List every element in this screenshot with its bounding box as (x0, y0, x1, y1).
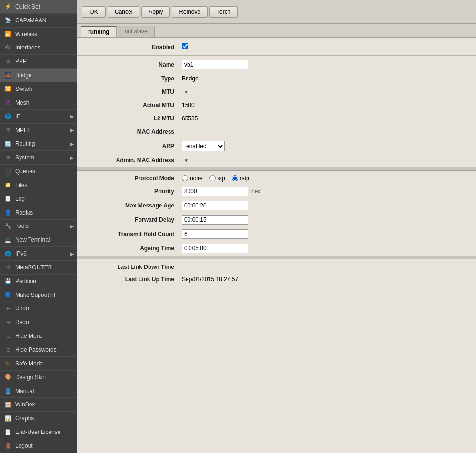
sidebar-item-end-user-license[interactable]: 📄 End-User License (0, 425, 77, 439)
sidebar-item-switch[interactable]: 🔀 Switch (0, 82, 77, 96)
sidebar-item-undo[interactable]: ↩ Undo (0, 302, 77, 316)
sidebar-item-queues[interactable]: ⬛ Queues (0, 165, 77, 178)
sidebar-item-files[interactable]: 📁 Files (0, 178, 77, 192)
icon-redo: ↪ (4, 318, 12, 326)
last-link-up-time-value: Sep/01/2015 18:27:57 (182, 276, 466, 283)
ageing-time-value (182, 244, 466, 253)
sidebar-label-capsman: CAPsMAAN (15, 17, 73, 24)
sidebar-item-make-supout[interactable]: 🔵 Make Supout.rif (0, 288, 77, 302)
arp-select[interactable]: enabled disabled proxy-arp reply-only (182, 141, 225, 151)
icon-hide-menu: ⊡ (4, 332, 12, 340)
type-label: Type (87, 75, 182, 82)
protocol-stp-radio[interactable] (209, 175, 216, 181)
sidebar-label-ip: IP (15, 113, 73, 120)
icon-mesh: 🕸 (4, 98, 12, 107)
sidebar-item-capsman[interactable]: 📡 CAPsMAAN (0, 14, 77, 28)
arrow-system: ▶ (70, 155, 74, 160)
sidebar-item-wireless[interactable]: 📶 Wireless (0, 28, 77, 41)
max-message-age-label: Max Message Age (87, 202, 182, 209)
sidebar-label-hide-passwords: Hide Passwords (15, 346, 73, 353)
cancel-button[interactable]: Cancel (108, 6, 139, 18)
sidebar-item-quick-set[interactable]: ⚡ Quick Set (0, 0, 77, 14)
sidebar-item-routing[interactable]: 🔄 Routing ▶ (0, 137, 77, 151)
sidebar-item-partition[interactable]: 💾 Partition (0, 275, 77, 288)
sidebar-label-wireless: Wireless (15, 31, 73, 38)
apply-button[interactable]: Apply (141, 6, 170, 18)
sidebar-item-mpls[interactable]: ⚙ MPLS ▶ (0, 124, 77, 138)
mtu-dropdown-arrow[interactable]: ▼ (184, 89, 188, 95)
icon-safe-mode: 🛡 (4, 359, 12, 368)
name-input[interactable] (182, 60, 248, 69)
tab-running[interactable]: running (81, 26, 117, 37)
icon-quick-set: ⚡ (4, 2, 12, 11)
ok-button[interactable]: OK (82, 6, 106, 18)
sidebar-label-mesh: Mesh (15, 99, 73, 106)
protocol-rstp-label: rstp (240, 175, 249, 182)
sidebar-item-system[interactable]: ⚙ System ▶ (0, 151, 77, 165)
sidebar-item-safe-mode[interactable]: 🛡 Safe Mode (0, 357, 77, 371)
icon-tools: 🔧 (4, 222, 12, 230)
sidebar-item-manual[interactable]: 📘 Manual (0, 384, 77, 398)
enabled-label: Enabled (87, 44, 182, 50)
sidebar-label-radius: Radius (15, 209, 73, 216)
sidebar-item-ppp[interactable]: ⚙ PPP (0, 55, 77, 69)
last-link-down-time-label: Last Link Down Time (87, 264, 182, 270)
max-message-age-value (182, 201, 466, 210)
ageing-time-input[interactable] (182, 244, 248, 253)
sidebar-item-metarouter[interactable]: ⚙ MetaROUTER (0, 261, 77, 275)
sidebar-label-safe-mode: Safe Mode (15, 360, 73, 367)
remove-button[interactable]: Remove (172, 6, 208, 18)
name-value (182, 60, 466, 69)
icon-ipv6: 🌐 (4, 249, 12, 258)
icon-end-user-license: 📄 (4, 428, 12, 436)
sidebar-item-radius[interactable]: 👤 Radius (0, 206, 77, 220)
icon-make-supout: 🔵 (4, 291, 12, 299)
protocol-rstp-radio[interactable] (232, 175, 238, 181)
sidebar-item-bridge[interactable]: 🌉 Bridge (0, 69, 77, 82)
icon-routing: 🔄 (4, 139, 12, 148)
max-message-age-input[interactable] (182, 201, 248, 210)
protocol-none-radio[interactable] (182, 175, 188, 181)
forward-delay-input[interactable] (182, 215, 248, 225)
sidebar-item-interfaces[interactable]: 🔌 Interfaces (0, 41, 77, 55)
sidebar-item-new-terminal[interactable]: 💻 New Terminal (0, 233, 77, 247)
transmit-hold-count-input[interactable] (182, 229, 248, 239)
sidebar-item-tools[interactable]: 🔧 Tools ▶ (0, 220, 77, 234)
mtu-value: ▼ (182, 89, 466, 95)
sidebar-label-ppp: PPP (15, 58, 73, 65)
transmit-hold-count-value (182, 229, 466, 239)
admin-mac-dropdown-arrow[interactable]: ▼ (184, 158, 188, 163)
sidebar-item-log[interactable]: 📄 Log (0, 192, 77, 206)
main-content: OKCancelApplyRemoveTorch runningnot slav… (77, 0, 476, 453)
icon-manual: 📘 (4, 387, 12, 395)
sidebar-item-hide-menu[interactable]: ⊡ Hide Menu (0, 329, 77, 343)
sidebar-item-design-skin[interactable]: 🎨 Design Skin (0, 371, 77, 384)
tab-not-slave[interactable]: not slave (118, 26, 155, 37)
sidebar-item-hide-passwords[interactable]: ⊡ Hide Passwords (0, 343, 77, 357)
sidebar-label-interfaces: Interfaces (15, 44, 73, 51)
protocol-rstp-item: rstp (232, 175, 249, 182)
sidebar-label-files: Files (15, 182, 73, 188)
sidebar-item-logout[interactable]: 🚪 Logout (0, 439, 77, 453)
sidebar-label-make-supout: Make Supout.rif (15, 292, 73, 298)
sidebar-item-graphs[interactable]: 📊 Graphs (0, 412, 77, 425)
sidebar-item-winbox[interactable]: 🪟 WinBox (0, 398, 77, 412)
sidebar-label-bridge: Bridge (15, 72, 73, 79)
sidebar-item-ip[interactable]: 🌐 IP ▶ (0, 110, 77, 124)
sidebar-item-mesh[interactable]: 🕸 Mesh (0, 96, 77, 110)
sidebar-label-redo: Redo (15, 319, 73, 325)
icon-logout: 🚪 (4, 442, 12, 450)
sidebar-item-ipv6[interactable]: 🌐 IPv6 ▶ (0, 247, 77, 261)
sidebar-label-queues: Queues (15, 168, 73, 175)
sidebar-label-partition: Partition (15, 278, 73, 285)
enabled-checkbox[interactable] (182, 43, 188, 49)
torch-button[interactable]: Torch (209, 6, 238, 18)
ageing-time-label: Ageing Time (87, 245, 182, 252)
priority-input[interactable] (182, 187, 248, 196)
icon-design-skin: 🎨 (4, 373, 12, 382)
sidebar-label-log: Log (15, 196, 73, 202)
sidebar-item-redo[interactable]: ↪ Redo (0, 315, 77, 329)
arp-label: ARP (87, 143, 182, 149)
protocol-mode-label: Protocol Mode (87, 175, 182, 182)
sidebar-label-new-terminal: New Terminal (15, 236, 73, 243)
